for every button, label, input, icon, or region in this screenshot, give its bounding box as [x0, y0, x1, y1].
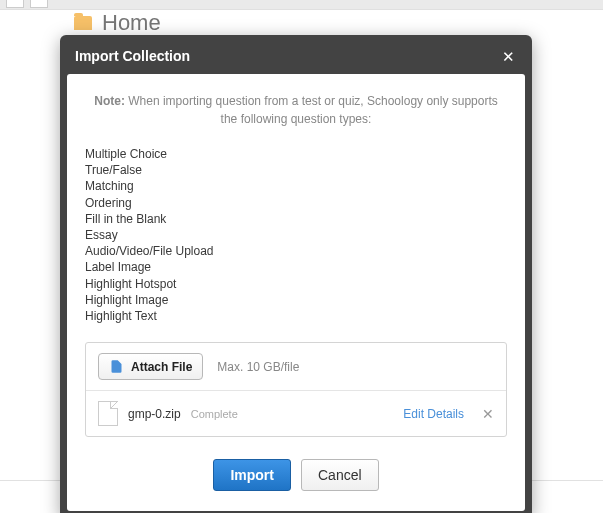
attach-file-button[interactable]: Attach File [98, 353, 203, 380]
edit-details-link[interactable]: Edit Details [403, 407, 464, 421]
close-icon[interactable]: ✕ [502, 49, 515, 64]
attach-icon [109, 359, 124, 374]
note-body: When importing question from a test or q… [128, 94, 498, 126]
question-type-item: Highlight Image [85, 292, 507, 308]
question-type-item: Multiple Choice [85, 146, 507, 162]
attach-file-label: Attach File [131, 360, 192, 374]
question-types-list: Multiple ChoiceTrue/FalseMatchingOrderin… [85, 146, 507, 324]
question-type-item: True/False [85, 162, 507, 178]
question-type-item: Highlight Text [85, 308, 507, 324]
question-type-item: Matching [85, 178, 507, 194]
question-type-item: Label Image [85, 259, 507, 275]
top-toolbar [0, 0, 603, 10]
question-type-item: Essay [85, 227, 507, 243]
question-type-item: Fill in the Blank [85, 211, 507, 227]
remove-file-icon[interactable]: ✕ [482, 406, 494, 422]
toolbar-square-2 [30, 0, 48, 8]
question-type-item: Audio/Video/File Upload [85, 243, 507, 259]
modal-title: Import Collection [75, 48, 190, 64]
max-file-size: Max. 10 GB/file [217, 360, 299, 374]
file-name: gmp-0.zip [128, 407, 181, 421]
file-icon [98, 401, 118, 426]
import-collection-modal: Import Collection ✕ Note: When importing… [60, 35, 532, 513]
file-status: Complete [191, 408, 238, 420]
question-type-item: Ordering [85, 195, 507, 211]
page-title: Home [102, 10, 161, 36]
note-prefix: Note: [94, 94, 125, 108]
toolbar-square-1 [6, 0, 24, 8]
question-type-item: Highlight Hotspot [85, 276, 507, 292]
attach-panel: Attach File Max. 10 GB/file gmp-0.zip Co… [85, 342, 507, 437]
note-text: Note: When importing question from a tes… [85, 92, 507, 128]
cancel-button[interactable]: Cancel [301, 459, 379, 491]
folder-icon [74, 16, 92, 30]
uploaded-file-row: gmp-0.zip Complete Edit Details ✕ [86, 391, 506, 436]
import-button[interactable]: Import [213, 459, 291, 491]
